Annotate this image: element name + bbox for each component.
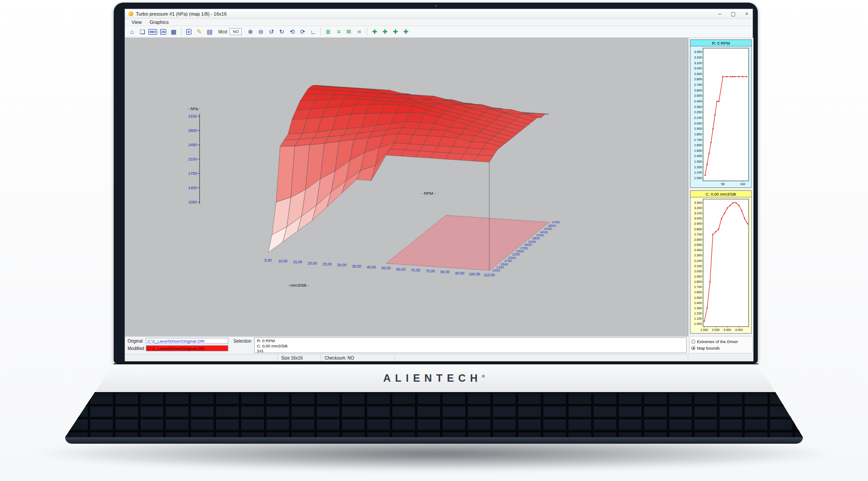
svg-text:2.800: 2.800 (694, 228, 702, 231)
maximize-button[interactable]: ▢ (731, 11, 736, 16)
svg-text:2.200: 2.200 (694, 111, 702, 114)
insert-col-left-icon: ✚ (393, 29, 398, 35)
column-chart-panel: C: 0,00 mm3/Stk 3.3003.2003.1003.0002.90… (690, 190, 752, 334)
rotate-left-button[interactable]: ↺ (266, 27, 276, 36)
file-fields: Original C:\1_Lavori\Driver\Original.ORI… (125, 337, 688, 354)
insert-col-right-button[interactable]: ✚ (401, 27, 411, 36)
rotate-right-button[interactable]: ↻ (276, 27, 287, 36)
window-title: Turbo pressure #1 (hPa) (map 1/8) - 16x1… (136, 11, 227, 16)
mod-value[interactable]: NO (230, 28, 242, 35)
svg-text:1.000: 1.000 (694, 177, 702, 180)
close-button[interactable]: × (745, 11, 748, 16)
app-window: Turbo pressure #1 (hPa) (map 1/8) - 16x1… (125, 9, 753, 361)
svg-text:2.100: 2.100 (694, 116, 702, 119)
svg-text:15,00: 15,00 (293, 260, 302, 264)
svg-text:2.900: 2.900 (694, 222, 702, 225)
zoom-in-button[interactable]: ⊕ (245, 27, 256, 36)
graph-axes-button[interactable]: ∟ (308, 27, 318, 36)
svg-text:40,00: 40,00 (367, 265, 376, 269)
svg-text:2.500: 2.500 (694, 94, 702, 97)
insert-col-left-button[interactable]: ✚ (390, 27, 401, 36)
rotate-up-icon: ⟲ (289, 29, 295, 35)
svg-text:2100: 2100 (188, 157, 197, 161)
svg-text:5,00: 5,00 (264, 258, 272, 262)
svg-text:2.700: 2.700 (694, 83, 702, 86)
minimize-button[interactable]: – (718, 11, 721, 16)
rotate-down-button[interactable]: ⟳ (297, 27, 308, 36)
map-list-button[interactable]: ❏ (137, 27, 148, 36)
svg-text:30,00: 30,00 (337, 263, 347, 267)
svg-text:1.900: 1.900 (694, 127, 702, 130)
col-spacing-decrease-button[interactable]: ≣ (344, 27, 354, 36)
hex-view-icon: HEX (148, 29, 157, 35)
radio-map-bounds[interactable]: Map bounds (691, 345, 750, 351)
svg-text:3.300: 3.300 (694, 50, 702, 53)
data-table-button[interactable]: ▦ (168, 27, 179, 36)
svg-text:70,00: 70,00 (411, 268, 421, 272)
svg-text:1.100: 1.100 (694, 171, 702, 174)
laptop-keyboard (65, 392, 803, 438)
svg-text:1.500: 1.500 (694, 296, 702, 299)
svg-text:3.000: 3.000 (694, 67, 702, 70)
row-spacing-increase-button[interactable]: ≡ (333, 27, 344, 36)
svg-text:2.100: 2.100 (694, 265, 702, 268)
data-table-icon: ▦ (171, 29, 176, 35)
notes-sheet-icon: ▤ (207, 29, 212, 35)
svg-text:2.400: 2.400 (694, 100, 702, 103)
selection-info: R: 0 RPMC: 0,00 mm3/Stk1x1 (254, 337, 687, 353)
view-2d-button[interactable]: 2D (158, 27, 168, 36)
svg-text:1.800: 1.800 (694, 280, 702, 283)
menu-view[interactable]: View (128, 19, 146, 25)
insert-col-right-icon: ✚ (403, 29, 408, 35)
rotate-up-button[interactable]: ⟲ (287, 27, 297, 36)
svg-text:3.000: 3.000 (723, 328, 731, 331)
insert-row-below-button[interactable]: ✚ (380, 27, 390, 36)
svg-text:4.000: 4.000 (735, 328, 743, 331)
home-icon: ⌂ (130, 29, 134, 35)
svg-text:2.300: 2.300 (694, 105, 702, 108)
svg-text:3150: 3150 (188, 114, 197, 118)
svg-text:20,00: 20,00 (308, 261, 317, 265)
view-2d-icon: 2D (160, 29, 167, 35)
svg-text:2.600: 2.600 (694, 238, 702, 241)
toolbar-separator (320, 28, 321, 36)
rotate-right-icon: ↻ (279, 29, 284, 35)
svg-text:- mm3/Stk -: - mm3/Stk - (288, 283, 309, 288)
svg-text:1.700: 1.700 (694, 138, 702, 141)
row-spacing-decrease-button[interactable]: ≣ (323, 27, 333, 36)
svg-text:1.900: 1.900 (694, 275, 702, 278)
laptop-base (65, 437, 803, 444)
radio-extremes-of-the-driver[interactable]: Extremes of the Driver (691, 338, 750, 345)
svg-text:3.300: 3.300 (694, 201, 702, 204)
radio-dot[interactable] (691, 340, 695, 344)
svg-text:100,00: 100,00 (469, 272, 480, 276)
graph-axes-icon: ∟ (310, 29, 316, 35)
side-panel: R: 0 RPM 3.3003.2003.1003.0002.9002.8002… (688, 38, 753, 361)
original-label: Original (128, 339, 142, 344)
svg-text:1.400: 1.400 (694, 154, 702, 157)
driver-info-button[interactable]: D (184, 27, 194, 36)
svg-text:- RPM -: - RPM - (421, 191, 436, 196)
bounds-options: Extremes of the DriverMap bounds (689, 336, 753, 353)
col-spacing-increase-button[interactable]: ≡ (354, 27, 365, 36)
notes-sheet-button[interactable]: ▤ (204, 27, 215, 36)
svg-text:2.700: 2.700 (694, 233, 702, 236)
insert-row-above-button[interactable]: ✚ (369, 27, 380, 36)
svg-text:10,00: 10,00 (278, 259, 288, 263)
svg-text:2.600: 2.600 (694, 89, 702, 92)
original-path-field[interactable]: C:\1_Lavori\Driver\Original.ORI (146, 338, 228, 344)
svg-text:2.000: 2.000 (694, 270, 702, 273)
radio-dot[interactable] (691, 346, 695, 350)
edit-pencil-button[interactable]: ✎ (194, 27, 204, 36)
toolbar: ⌂❏HEX2D▦D✎▤Mod:NO⊕⊖↺↻⟲⟳∟≣≡≣≡✚✚✚✚ (125, 26, 753, 38)
zoom-in-icon: ⊕ (248, 29, 253, 35)
modified-path-field[interactable]: C:\1_Lavori\Driver\Original.ORI (146, 345, 228, 351)
home-button[interactable]: ⌂ (127, 27, 137, 36)
zoom-out-button[interactable]: ⊖ (256, 27, 266, 36)
svg-text:2.500: 2.500 (694, 243, 702, 246)
radio-label: Map bounds (697, 346, 720, 350)
menu-graphics[interactable]: Graphics (146, 19, 173, 25)
svg-text:3.100: 3.100 (694, 212, 702, 215)
map-3d-area[interactable]: 1050140017502100245028003150- hPa -5,001… (125, 38, 688, 337)
hex-view-button[interactable]: HEX (148, 27, 158, 36)
